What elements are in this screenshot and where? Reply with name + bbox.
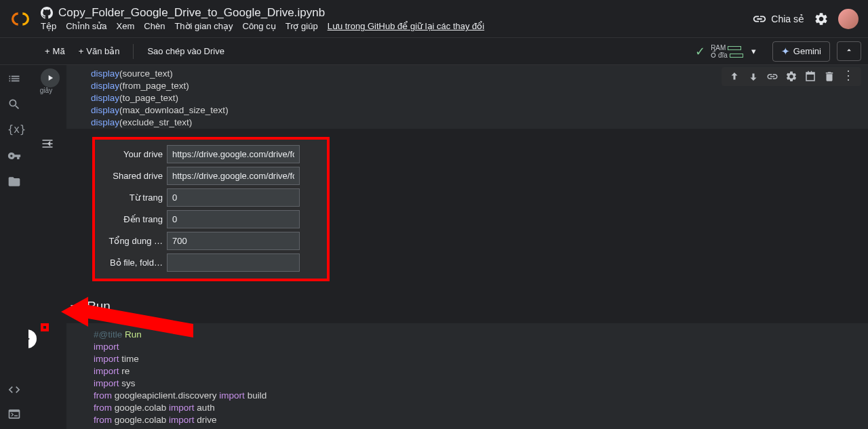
left-sidebar: {x}	[0, 65, 28, 429]
mirror-cell-icon[interactable]	[804, 70, 816, 83]
copy-to-drive-button[interactable]: Sao chép vào Drive	[140, 43, 231, 60]
runtime-status[interactable]: ✓ RAM Ổ đĩa ▾	[688, 41, 766, 61]
user-avatar[interactable]	[838, 9, 859, 29]
document-title[interactable]: Copy_Folder_Google_Drive_to_Google_Drive…	[58, 6, 325, 20]
sparkle-icon: ✦	[781, 45, 790, 58]
cell-toolbar: ⋮	[722, 67, 861, 86]
github-icon	[41, 7, 53, 19]
input-your-drive[interactable]	[167, 145, 300, 163]
link-icon	[752, 12, 767, 26]
input-from-page[interactable]	[167, 188, 300, 207]
search-icon[interactable]	[7, 98, 21, 111]
move-down-icon[interactable]	[747, 70, 760, 83]
label-from-page: Từ trang	[102, 192, 163, 203]
cell-link-icon[interactable]	[766, 70, 778, 83]
folder-icon[interactable]	[7, 175, 21, 188]
output-toggle-icon[interactable]	[41, 137, 57, 153]
collapse-toolbar-button[interactable]	[837, 41, 861, 61]
label-shared-drive: Shared drive	[102, 171, 163, 181]
divider	[133, 44, 134, 59]
gemini-button[interactable]: ✦Gemini	[772, 41, 830, 62]
share-label: Chia sẻ	[771, 14, 804, 24]
settings-icon[interactable]	[814, 12, 829, 26]
menu-bar: Tệp Chỉnh sửa Xem Chèn Thời gian chạy Cô…	[41, 21, 752, 31]
section-header-run[interactable]: Run	[66, 299, 868, 314]
section-title: Run	[87, 299, 111, 314]
more-options-icon[interactable]: ⋮	[842, 70, 854, 83]
code-snippets-icon[interactable]	[7, 383, 21, 396]
toc-icon[interactable]	[7, 72, 21, 85]
cell-output: Your drive Shared drive Từ trang Đến tra…	[66, 137, 868, 281]
resource-meters: RAM Ổ đĩa	[711, 44, 743, 59]
menu-edit[interactable]: Chỉnh sửa	[66, 21, 106, 31]
variables-icon[interactable]: {x}	[7, 123, 21, 137]
label-your-drive: Your drive	[102, 149, 163, 159]
input-total-size[interactable]	[167, 232, 300, 250]
add-text-button[interactable]: + Văn bản	[72, 43, 127, 60]
menu-save-github[interactable]: Lưu trong GitHub để giữ lại các thay đổi	[328, 21, 485, 31]
chevron-down-icon[interactable]	[66, 300, 80, 313]
menu-runtime[interactable]: Thời gian chạy	[174, 21, 233, 31]
move-up-icon[interactable]	[728, 70, 741, 83]
input-to-page[interactable]	[167, 210, 300, 228]
cell-settings-icon[interactable]	[785, 70, 797, 83]
run-cell-1-button[interactable]	[41, 68, 60, 87]
form-output: Your drive Shared drive Từ trang Đến tra…	[92, 137, 330, 281]
label-to-page: Đến trang	[102, 214, 163, 224]
run-cell-2-button[interactable]	[28, 329, 37, 348]
add-code-button[interactable]: + Mã	[38, 43, 72, 60]
menu-tools[interactable]: Công cụ	[243, 21, 276, 31]
label-exclude: Bỏ file, fold…	[102, 258, 163, 268]
input-shared-drive[interactable]	[167, 167, 300, 185]
code-cell-2[interactable]: #@title Run import import time import re…	[66, 323, 868, 429]
menu-help[interactable]: Trợ giúp	[285, 21, 318, 31]
check-icon: ✓	[695, 44, 705, 59]
label-total-size: Tổng dung …	[102, 236, 163, 246]
menu-file[interactable]: Tệp	[41, 21, 56, 31]
highlighted-run-button	[41, 323, 49, 331]
input-exclude[interactable]	[167, 253, 300, 272]
colab-logo[interactable]	[9, 8, 31, 30]
terminal-icon[interactable]	[7, 407, 21, 421]
menu-view[interactable]: Xem	[117, 21, 135, 31]
secrets-icon[interactable]	[7, 149, 21, 163]
runtime-dropdown[interactable]: ▾	[749, 43, 759, 59]
delete-cell-icon[interactable]	[823, 70, 835, 83]
menu-insert[interactable]: Chèn	[144, 21, 165, 31]
share-button[interactable]: Chia sẻ	[752, 12, 804, 26]
